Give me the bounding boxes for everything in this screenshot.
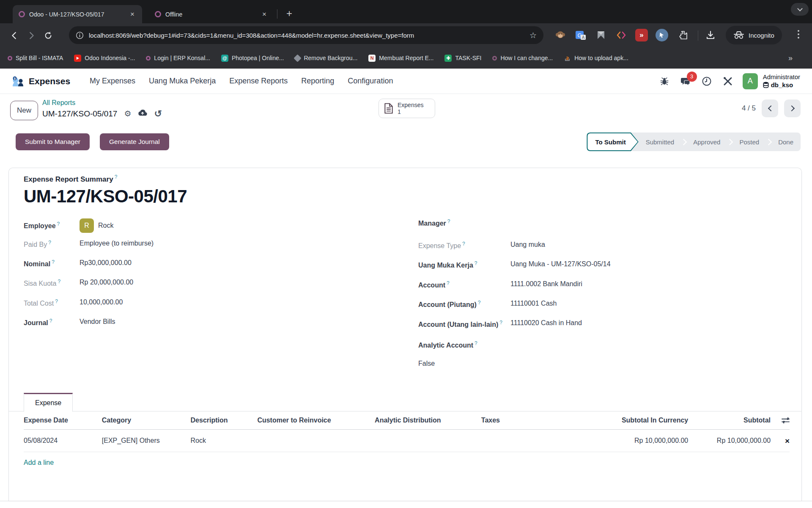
bookmark-task-sfi[interactable]: ✚TASK-SFI [444, 55, 481, 62]
bookmark-odoo-indonesia[interactable]: Odoo Indonesia -... [74, 55, 135, 62]
database-name: db_kso [763, 81, 800, 89]
help-icon: ? [447, 218, 450, 224]
expenses-smart-button[interactable]: Expenses 1 [379, 99, 435, 118]
close-tab-icon[interactable]: × [129, 10, 136, 19]
bookmark-login-erp[interactable]: Login | ERP Konsal... [146, 55, 210, 61]
bookmark-star-icon[interactable]: ☆ [529, 30, 537, 40]
field-journal[interactable]: Journal? Vendor Bills [24, 318, 395, 327]
breadcrumb-all-reports[interactable]: All Reports [42, 98, 162, 108]
forward-button[interactable] [23, 27, 40, 44]
pager-previous-button[interactable] [762, 99, 778, 117]
browser-tab-odoo[interactable]: Odoo - UM-127/KSO-05/017 × [13, 5, 142, 23]
col-subtotal[interactable]: Subtotal [688, 417, 771, 424]
col-subtotal-in-currency[interactable]: Subtotal In Currency [549, 417, 689, 424]
submit-to-manager-button[interactable]: Submit to Manager [16, 133, 90, 150]
add-a-line-link[interactable]: Add a line [24, 452, 790, 467]
app-switcher[interactable]: $ Expenses [12, 75, 70, 87]
menu-reporting[interactable]: Reporting [294, 73, 341, 89]
bookmark-remove-background[interactable]: Remove Backgrou... [295, 55, 357, 61]
debug-bug-icon[interactable] [658, 75, 671, 88]
save-cloud-icon[interactable] [138, 108, 147, 119]
optional-columns-icon[interactable] [771, 417, 790, 424]
extension-bookmark-icon[interactable] [595, 29, 607, 41]
back-button[interactable] [6, 27, 23, 44]
url-bar[interactable]: localhost:8069/web?debug=1#id=73&cids=1&… [69, 26, 543, 44]
extension-fastforward-icon[interactable]: » [635, 29, 648, 41]
bookmark-photopea[interactable]: @Photopea | Online... [221, 55, 284, 62]
status-done[interactable]: Done [771, 138, 801, 146]
pager-next-button[interactable] [784, 99, 801, 117]
cell-expense-date[interactable]: 05/08/2024 [24, 437, 102, 444]
extension-code-icon[interactable] [615, 29, 628, 41]
field-uang-muka-kerja[interactable]: Uang Muka Kerja? Uang Muka - UM-127/KSO-… [418, 260, 790, 269]
menu-configuration[interactable]: Configuration [341, 73, 400, 89]
employee-avatar: R [80, 218, 94, 233]
extensions-puzzle-icon[interactable] [678, 29, 690, 41]
activities-clock-icon[interactable] [700, 75, 713, 88]
col-description[interactable]: Description [191, 417, 258, 424]
tab-expense[interactable]: Expense [24, 393, 73, 412]
extension-translate-icon[interactable]: GA [574, 29, 587, 41]
cell-subtotal-in-currency[interactable]: Rp 10,000,000.00 [549, 437, 689, 444]
control-panel: New All Reports UM-127/KSO-05/017 ⚙ ↺ Ex… [0, 94, 812, 125]
site-info-icon[interactable] [76, 31, 84, 39]
delete-line-icon[interactable]: × [785, 437, 790, 445]
expenses-app-icon: $ [12, 75, 24, 87]
window-caret-button[interactable] [791, 3, 809, 16]
bookmarks-overflow-icon[interactable]: » [788, 54, 793, 63]
cell-description[interactable]: Rock [191, 437, 258, 444]
browser-tabstrip: Odoo - UM-127/KSO-05/017 × Offline × + [0, 0, 812, 23]
status-to-submit[interactable]: To Submit [587, 133, 638, 151]
messages-icon[interactable]: 3 [679, 75, 692, 88]
browser-tab-offline[interactable]: Offline × [149, 5, 274, 23]
expense-line-row[interactable]: 05/08/2024 [EXP_GEN] Others Rock Rp 10,0… [24, 430, 790, 452]
generate-journal-button[interactable]: Generate Journal [100, 133, 169, 150]
field-false-value[interactable]: False [418, 360, 790, 369]
new-button[interactable]: New [10, 101, 38, 120]
bookmark-how-i-can-change[interactable]: How I can change... [492, 55, 553, 61]
status-posted[interactable]: Posted [732, 138, 766, 146]
field-sisa-kuota[interactable]: Sisa Kuota? Rp 20,000,000.00 [24, 279, 395, 287]
close-tab-icon[interactable]: × [261, 10, 268, 19]
col-taxes[interactable]: Taxes [481, 417, 549, 424]
menu-uang-muka-pekerja[interactable]: Uang Muka Pekerja [142, 73, 222, 89]
col-analytic-distribution[interactable]: Analytic Distribution [375, 417, 481, 424]
discard-revert-icon[interactable]: ↺ [154, 108, 162, 120]
field-nominal[interactable]: Nominal? Rp30,000,000.00 [24, 259, 395, 268]
page-title[interactable]: UM-127/KSO-05/017 [24, 186, 790, 207]
chatter-divider [0, 501, 812, 501]
status-submitted[interactable]: Submitted [639, 138, 682, 146]
action-gear-icon[interactable]: ⚙ [124, 108, 131, 119]
status-approved[interactable]: Approved [686, 138, 727, 146]
downloads-icon[interactable] [704, 29, 717, 41]
message-count-badge: 3 [687, 72, 697, 82]
menu-expense-reports[interactable]: Expense Reports [222, 73, 294, 89]
fast-forward-glyph: » [639, 31, 643, 39]
field-total-cost[interactable]: Total Cost? 10,000,000.00 [24, 298, 395, 307]
browser-menu-icon[interactable] [798, 30, 799, 39]
col-expense-date[interactable]: Expense Date [24, 417, 102, 424]
bookmark-how-to-upload[interactable]: How to upload apk... [564, 55, 628, 62]
cell-subtotal[interactable]: Rp 10,000,000.00 [688, 437, 771, 444]
extension-monkey-icon[interactable] [554, 29, 567, 41]
field-analytic-account[interactable]: Analytic Account? [418, 340, 790, 349]
user-menu[interactable]: A Administrator db_kso [743, 73, 800, 89]
bookmark-split-bill[interactable]: Split Bill - ISMATA [8, 55, 63, 61]
field-account-piutang[interactable]: Account (Piutang)? 11110001 Cash [418, 300, 790, 309]
field-employee[interactable]: Employee? RRock [24, 218, 395, 233]
cell-category[interactable]: [EXP_GEN] Others [102, 437, 191, 444]
new-tab-button[interactable]: + [282, 6, 297, 21]
extension-cursor-icon[interactable] [656, 29, 668, 41]
field-expense-type[interactable]: Expense Type? Uang muka [418, 241, 790, 250]
menu-my-expenses[interactable]: My Expenses [83, 73, 142, 89]
field-paid-by[interactable]: Paid By? Employee (to reimburse) [24, 240, 395, 248]
tools-icon[interactable] [721, 75, 734, 88]
col-category[interactable]: Category [102, 417, 191, 424]
pager: 4 / 5 [742, 99, 801, 117]
field-account-utang[interactable]: Account (Utang lain-lain)? 11110020 Cash… [418, 319, 790, 330]
col-customer-to-reinvoice[interactable]: Customer to Reinvoice [257, 417, 375, 424]
bookmark-membuat-report[interactable]: NMembuat Report E... [368, 55, 433, 62]
field-account[interactable]: Account? 1111.0002 Bank Mandiri [418, 280, 790, 289]
reload-button[interactable] [40, 27, 57, 44]
field-manager[interactable]: Manager? [418, 218, 790, 227]
